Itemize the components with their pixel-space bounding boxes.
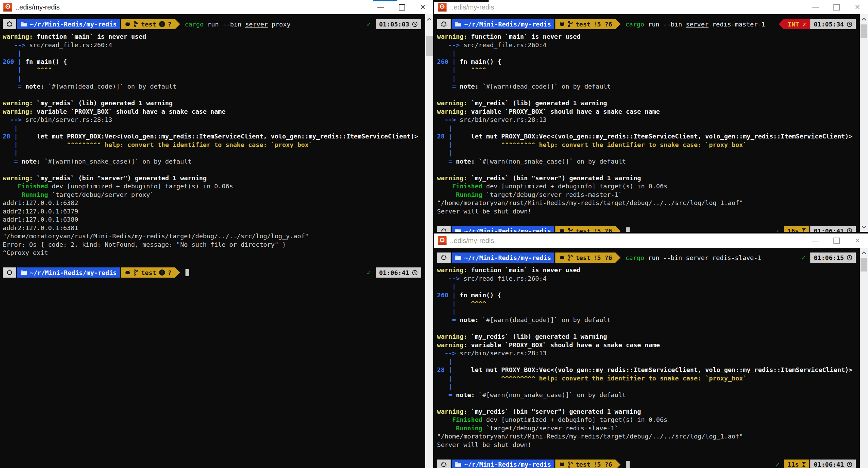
os-segment [437, 460, 451, 468]
git-status-flags: !5 ?6 [593, 254, 612, 261]
folder-icon [455, 255, 461, 260]
terminal-window-top-right: ..edis/my-redis — ✕ ~/r/Mini-Redis/my-re… [434, 0, 868, 232]
terminal-line: --> src/bin/server.rs:28:13 [437, 116, 868, 124]
minimize-button[interactable]: — [370, 0, 391, 14]
terminal-line: | ^^^^ [437, 66, 868, 74]
hourglass-icon [802, 228, 806, 232]
scrollbar[interactable] [860, 248, 868, 468]
terminal-line: | ^^^^^^^^^ help: convert the identifier… [437, 141, 868, 149]
success-check-icon: ✓ [775, 227, 779, 232]
maximize-button[interactable] [826, 233, 847, 248]
terminal-line [437, 216, 868, 224]
hourglass-icon [802, 462, 806, 467]
success-check-icon: ✓ [367, 268, 371, 277]
scrollbar[interactable] [860, 14, 868, 232]
terminal-line: | [437, 308, 868, 316]
terminal-line: addr1:127.0.0.1:6382 [3, 199, 433, 207]
terminal-line: "/home/moratoryvan/rust/Mini-Redis/my-re… [437, 432, 868, 441]
timestamp-badge: 01:06:41 [810, 460, 856, 468]
powerline-arrow-icon [175, 19, 180, 29]
git-branch-icon [568, 21, 573, 27]
command-program: cargo [625, 21, 644, 28]
github-icon [559, 255, 565, 261]
terminal-line: addr2:127.0.0.1:6379 [3, 207, 433, 216]
path-segment: ~/r/Mini-Redis/my-redis [452, 226, 554, 232]
terminal-content[interactable]: ~/r/Mini-Redis/my-redis test !5 ?6 cargo… [434, 248, 868, 468]
clock-icon [847, 255, 852, 261]
git-branch-icon [568, 254, 573, 261]
text-cursor [626, 461, 630, 468]
terminal-line: 28 | let mut PROXY_BOX:Vec<(volo_gen::my… [437, 366, 868, 374]
github-icon [559, 462, 565, 467]
titlebar[interactable]: ..edis/my-redis — ✕ [434, 233, 868, 248]
timestamp-badge: 01:06:15 [810, 252, 856, 263]
github-icon [124, 21, 131, 27]
terminal-line: = note: `#[warn(non_snake_case)]` on by … [3, 157, 433, 166]
github-icon [124, 270, 131, 276]
terminal-line: | ^^^^ [3, 66, 433, 74]
terminal-window-bottom-right: ..edis/my-redis — ✕ ~/r/Mini-Redis/my-re… [434, 233, 868, 468]
terminal-line: warning: `my_redis` (bin "server") gener… [3, 174, 433, 183]
cwd-path: ~/r/Mini-Redis/my-redis [464, 254, 551, 261]
scrollbar-thumb[interactable] [861, 24, 867, 38]
terminal-line: 260 | fn main() { [437, 58, 868, 66]
terminal-line: warning: `my_redis` (lib) generated 1 wa… [437, 333, 868, 341]
git-branch-name: test [575, 227, 591, 232]
ubuntu-icon [6, 269, 13, 276]
terminal-line: warning: `my_redis` (lib) generated 1 wa… [3, 99, 433, 108]
titlebar[interactable]: ..edis/my-redis — ✕ [0, 0, 433, 14]
scrollbar-thumb[interactable] [426, 36, 433, 56]
close-button[interactable]: ✕ [847, 0, 868, 14]
terminal-content[interactable]: ~/r/Mini-Redis/my-redis test ! ? cargo r… [0, 14, 433, 468]
terminal-line: | ^^^^^^^^^ help: convert the identifier… [3, 141, 433, 149]
scrollbar-thumb[interactable] [861, 258, 867, 272]
chevron-up-icon[interactable] [860, 249, 868, 256]
terminal-line: Running `target/debug/server proxy` [3, 191, 433, 199]
github-icon [559, 21, 565, 27]
close-button[interactable]: ✕ [847, 233, 868, 248]
git-branch-name: test [141, 21, 156, 28]
prompt-line: ~/r/Mini-Redis/my-redis test !5 ?6 cargo… [437, 252, 868, 263]
minimize-button[interactable]: — [805, 0, 826, 14]
timestamp-badge: 01:05:03 [376, 19, 421, 29]
scrollbar[interactable] [425, 14, 433, 468]
powerline-arrow-icon [615, 19, 620, 29]
terminal-line: | [3, 124, 433, 133]
maximize-button[interactable] [826, 0, 847, 14]
timestamp-badge: 01:05:34 [810, 19, 856, 29]
github-icon [559, 228, 565, 232]
minimize-button[interactable]: — [805, 233, 826, 248]
command-text: cargo run --bin server redis-master-1 [625, 21, 765, 28]
terminal-line: warning: function `main` is never used [3, 33, 433, 41]
terminal-line: "/home/moratoryvan/rust/Mini-Redis/my-re… [3, 232, 433, 241]
prompt-line: ~/r/Mini-Redis/my-redis test !5 ?6 cargo… [437, 19, 868, 29]
terminal-line: | [437, 74, 868, 83]
ubuntu-icon [440, 254, 447, 261]
clock-icon [847, 462, 852, 467]
text-cursor [626, 227, 630, 232]
terminal-content[interactable]: ~/r/Mini-Redis/my-redis test !5 ?6 cargo… [434, 14, 868, 232]
terminal-line: | [437, 358, 868, 366]
folder-icon [21, 270, 27, 275]
terminal-line: --> src/read_file.rs:260:4 [437, 275, 868, 283]
path-segment: ~/r/Mini-Redis/my-redis [452, 460, 554, 468]
maximize-button[interactable] [391, 0, 412, 14]
close-button[interactable]: ✕ [412, 0, 433, 14]
terminal-line: Finished dev [unoptimized + debuginfo] t… [3, 182, 433, 191]
terminal-line: 260 | fn main() { [3, 58, 433, 66]
chevron-up-icon[interactable] [425, 16, 433, 22]
terminal-line: | [3, 149, 433, 157]
window-title: ..edis/my-redis [16, 3, 370, 11]
powerline-arrow-icon [615, 460, 620, 468]
path-segment: ~/r/Mini-Redis/my-redis [17, 267, 120, 278]
git-status-flags: !5 ?6 [593, 461, 612, 468]
duration-badge: 16s [784, 226, 809, 232]
chevron-down-icon[interactable] [860, 224, 868, 230]
terminal-line: --> src/read_file.rs:260:4 [437, 41, 868, 50]
chevron-up-icon[interactable] [860, 16, 868, 22]
ubuntu-icon [6, 21, 13, 27]
titlebar[interactable]: ..edis/my-redis — ✕ [434, 0, 868, 14]
terminal-line: --> src/bin/server.rs:28:13 [437, 349, 868, 358]
powerline-arrow-left-icon [779, 19, 784, 29]
command-text: cargo run --bin server proxy [185, 21, 291, 28]
